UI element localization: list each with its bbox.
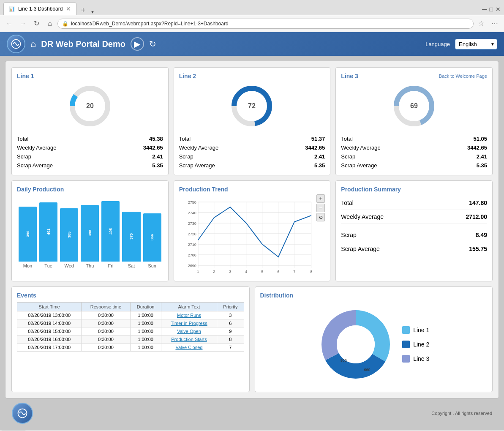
bar-sun: 366 [143,213,161,262]
play-button[interactable]: ▶ [131,37,144,51]
middle-row: Daily Production 390 401 385 [11,180,493,281]
svg-text:8: 8 [310,270,312,274]
svg-text:6: 6 [277,270,279,274]
svg-text:2740: 2740 [188,211,196,215]
event-row-4: 02/20/2019 16:00:00 0:30:00 1:00:00 Prod… [17,336,244,344]
col-priority: Priority [217,303,244,311]
reload-button[interactable]: ↻ [30,18,42,30]
line2-stats: Total 51.37 Weekly Average 3442.65 Scrap… [179,134,325,170]
bar-fri: 405 [101,201,120,262]
distribution-card: Distribution 900 660 [255,286,493,392]
back-button[interactable]: ← [3,18,15,30]
active-tab[interactable]: 📊 Line 1-3 Dashboard ✕ [3,3,76,15]
summary-scrap-row: Scrap 8.49 [341,228,487,242]
col-alarm-text: Alarm Text [161,303,217,311]
alarm-link-5[interactable]: Valve Closed [175,345,202,350]
svg-point-43 [337,325,375,363]
footer-logo-icon [16,407,28,419]
maximize-button[interactable]: □ [490,5,493,13]
distribution-title: Distribution [260,292,488,299]
home-nav-button[interactable]: ⌂ [44,18,56,30]
line3-stats: Total 51.05 Weekly Average 3442.65 Scrap… [341,134,487,170]
trend-chart-svg: 2750 2740 2730 2720 2710 2700 2690 [179,194,325,275]
app-logo [7,35,25,53]
svg-text:2720: 2720 [188,232,196,236]
bar-group-tue: 401 [39,202,57,262]
tab-close-button[interactable]: ✕ [66,5,71,12]
app-header: ⌂ DR Web Portal Demo ▶ ↻ Language Englis… [0,32,504,56]
menu-button[interactable]: ⋯ [489,18,501,30]
svg-text:2710: 2710 [188,243,196,247]
home-button[interactable]: ⌂ [30,38,36,49]
language-label: Language [425,41,450,47]
bookmark-button[interactable]: ☆ [475,18,487,30]
footer-logo [12,403,33,424]
svg-text:72: 72 [248,102,256,109]
close-window-button[interactable]: ✕ [496,5,501,13]
alarm-link-1[interactable]: Motor Runs [177,313,201,318]
line2-scrap-row: Scrap 2.41 [179,152,325,161]
alarm-link-2[interactable]: Timer in Progress [171,321,207,326]
minimize-button[interactable]: ─ [482,5,487,13]
production-trend-card: Production Trend + − ⊙ 2750 2740 2730 27… [174,180,331,281]
legend-line1: Line 1 [402,326,429,334]
line3-scrap-avg-row: Scrap Average 5.35 [341,161,487,170]
legend-line2: Line 2 [402,341,429,348]
alarm-link-3[interactable]: Valve Open [177,329,201,334]
line3-weekly-row: Weekly Average 3442.65 [341,143,487,152]
app-title: DR Web Portal Demo [41,39,125,49]
line2-donut: 72 [179,83,325,129]
daily-production-card: Daily Production 390 401 385 [11,180,169,281]
forward-button[interactable]: → [17,18,29,30]
bar-thu: 398 [81,205,99,262]
zoom-out-button[interactable]: − [316,204,325,212]
browser-chrome: 📊 Line 1-3 Dashboard ✕ + ▾ ─ □ ✕ ← → ↻ ⌂… [0,0,504,32]
secure-icon: 🔒 [62,21,68,27]
tab-title: Line 1-3 Dashboard [18,6,63,12]
line2-title: Line 2 [179,73,325,79]
bar-group-mon: 390 [19,207,37,262]
tab-bar: 📊 Line 1-3 Dashboard ✕ + ▾ ─ □ ✕ [0,0,504,15]
line2-total-row: Total 51.37 [179,134,325,143]
summary-weekly-row: Weekly Average 2712.00 [341,210,487,224]
event-row-1: 02/20/2019 13:00:00 0:30:00 1:00:00 Moto… [17,311,244,319]
events-card: Events Start Time Response time Duration… [11,286,250,392]
new-tab-button[interactable]: + [77,6,89,15]
col-duration: Duration [130,303,161,311]
events-table: Start Time Response time Duration Alarm … [17,302,244,352]
legend-color-line2 [402,341,410,348]
line3-total-row: Total 51.05 [341,134,487,143]
svg-text:2700: 2700 [188,253,196,257]
distribution-donut-svg: 900 660 [318,306,394,382]
language-select[interactable]: English German French Spanish [455,39,497,49]
bar-group-sat: 370 [122,212,140,262]
zoom-reset-button[interactable]: ⊙ [316,213,325,221]
alarm-link-4[interactable]: Production Starts [171,337,207,342]
line3-donut-svg: 69 [391,83,437,129]
bar-sat: 370 [122,212,140,262]
event-row-3: 02/20/2019 15:00:00 0:30:00 1:00:00 Valv… [17,327,244,336]
zoom-in-button[interactable]: + [316,194,325,203]
svg-text:69: 69 [410,102,418,109]
line2-weekly-row: Weekly Average 3442.65 [179,143,325,152]
daily-production-title: Daily Production [17,186,163,193]
refresh-button[interactable]: ↻ [149,39,156,49]
event-row-5: 02/20/2019 17:00:00 0:30:00 1:00:00 Valv… [17,344,244,352]
tab-list-button[interactable]: ▾ [89,9,96,15]
line3-scrap-row: Scrap 2.41 [341,152,487,161]
bar-group-fri: 405 [101,201,120,262]
main-content: Line 1 20 Total 45.38 Weekly Average [0,56,504,430]
svg-text:4: 4 [245,270,247,274]
address-input[interactable] [71,21,469,27]
col-start-time: Start Time [17,303,82,311]
production-summary-title: Production Summary [341,186,487,193]
dashboard-container: Line 1 20 Total 45.38 Weekly Average [5,61,499,398]
navigation-bar: ← → ↻ ⌂ 🔒 ☆ ⋯ [0,15,504,32]
footer-area: Copyright . All rights reserved [5,398,499,425]
logo-icon [10,38,22,50]
bar-group-wed: 385 [60,208,78,262]
back-to-welcome-link[interactable]: Back to Welcome Page [439,74,487,79]
line3-donut: 69 [341,83,487,129]
bar-mon: 390 [19,207,37,262]
col-response: Response time [82,303,130,311]
